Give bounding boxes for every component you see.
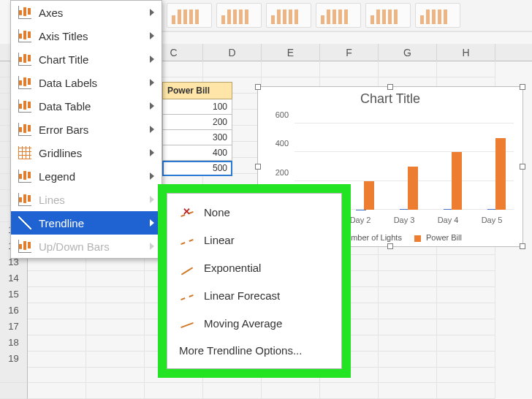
cell[interactable] — [86, 319, 145, 335]
chart-style-thumb[interactable] — [266, 3, 311, 28]
col-header[interactable]: F — [320, 44, 379, 61]
cell[interactable] — [437, 383, 495, 399]
menu-item-axis-titles[interactable]: Axis Titles — [11, 24, 162, 48]
cell[interactable] — [320, 61, 379, 77]
column-header-powerbill[interactable]: Power Bill — [162, 82, 232, 99]
cell[interactable] — [28, 286, 86, 303]
chart-style-thumb[interactable] — [316, 3, 361, 28]
cell[interactable] — [437, 254, 495, 271]
cell[interactable] — [437, 335, 495, 352]
cell[interactable] — [379, 383, 437, 399]
col-header[interactable]: G — [379, 44, 437, 61]
cell[interactable] — [437, 319, 495, 335]
cell[interactable] — [28, 383, 86, 399]
cell[interactable] — [203, 61, 262, 77]
trend-linear-icon — [179, 232, 195, 248]
row-header[interactable]: 15 — [0, 286, 28, 303]
row-header[interactable]: 18 — [0, 335, 28, 352]
menu-item-gridlines[interactable]: Gridlines — [11, 141, 162, 164]
row-header[interactable] — [0, 367, 28, 383]
cell[interactable] — [86, 286, 145, 303]
cell[interactable] — [320, 383, 379, 399]
cell[interactable] — [379, 335, 437, 352]
cell[interactable] — [86, 335, 145, 352]
cell[interactable] — [203, 383, 262, 399]
cell[interactable] — [379, 270, 437, 287]
cell[interactable] — [28, 351, 86, 368]
bar-series2[interactable] — [408, 167, 418, 210]
menu-item-label: Up/Down Bars — [39, 240, 110, 253]
bar-series2[interactable] — [495, 138, 506, 210]
chevron-right-icon — [150, 149, 154, 156]
cell[interactable] — [28, 319, 86, 335]
cell[interactable] — [145, 383, 203, 399]
col-header[interactable]: E — [262, 44, 320, 61]
menu-item-data-table[interactable]: Data Table — [11, 94, 162, 118]
cell[interactable] — [86, 351, 145, 368]
cell[interactable]: 500 — [162, 161, 232, 176]
cell[interactable]: 100 — [162, 99, 232, 115]
menu-item-trendline[interactable]: Trendline — [11, 211, 162, 235]
cell[interactable] — [28, 303, 86, 319]
row-header[interactable]: 16 — [0, 303, 28, 319]
submenu-item-linear[interactable]: Linear — [167, 226, 341, 254]
submenu-item-exponential[interactable]: Exponential — [167, 254, 341, 281]
chart-elements-menu[interactable]: AxesAxis TitlesChart TitleData LabelsDat… — [10, 0, 162, 259]
cell[interactable] — [437, 286, 495, 303]
submenu-item-label: Exponential — [204, 262, 261, 274]
submenu-item-linear-forecast[interactable]: Linear Forecast — [167, 281, 341, 309]
chart-style-thumb[interactable] — [415, 3, 460, 28]
menu-item-legend[interactable]: Legend — [11, 164, 162, 188]
submenu-item-moving-average[interactable]: Moving Average — [167, 309, 341, 337]
cell[interactable] — [379, 286, 437, 303]
cell[interactable] — [28, 270, 86, 287]
cell[interactable] — [379, 319, 437, 335]
col-header[interactable]: H — [437, 44, 495, 61]
cell[interactable] — [86, 367, 145, 383]
cell[interactable] — [379, 367, 437, 383]
bar-group[interactable] — [426, 123, 470, 210]
chart-style-thumb[interactable] — [216, 3, 262, 28]
cell[interactable] — [86, 303, 145, 319]
bar-group[interactable] — [470, 123, 514, 210]
cell[interactable] — [379, 351, 437, 368]
cell[interactable] — [379, 254, 437, 271]
cell[interactable]: 400 — [162, 145, 232, 161]
tutorial-highlight: NoneLinearExponentialLinear ForecastMovi… — [159, 186, 349, 376]
submenu-item-none[interactable]: None — [167, 198, 341, 226]
row-header[interactable] — [0, 383, 28, 399]
menu-item-chart-title[interactable]: Chart Title — [11, 48, 162, 71]
submenu-item-more-trendline-options[interactable]: More Trendline Options... — [167, 337, 341, 364]
cell[interactable] — [28, 335, 86, 352]
cell[interactable] — [437, 303, 495, 319]
chart-style-thumb[interactable] — [167, 3, 212, 28]
cell[interactable] — [28, 367, 86, 383]
bar-group[interactable] — [382, 123, 426, 210]
cell[interactable] — [86, 270, 145, 287]
cell[interactable]: 300 — [162, 130, 232, 145]
chart-title[interactable]: Chart Title — [258, 91, 522, 107]
chevron-right-icon — [150, 79, 154, 86]
row-header[interactable]: 14 — [0, 270, 28, 287]
cell[interactable] — [262, 61, 320, 77]
row-header[interactable]: 17 — [0, 319, 28, 335]
cell[interactable] — [437, 367, 495, 383]
cell[interactable] — [437, 270, 495, 287]
chart-style-thumb[interactable] — [365, 3, 411, 28]
bar-series2[interactable] — [452, 152, 462, 210]
cell[interactable] — [379, 303, 437, 319]
menu-item-axes[interactable]: Axes — [11, 1, 162, 24]
cell[interactable] — [379, 61, 437, 77]
row-header[interactable]: 19 — [0, 351, 28, 368]
cell[interactable] — [437, 61, 495, 77]
bar-series2[interactable] — [364, 181, 374, 210]
menu-item-data-labels[interactable]: Data Labels — [11, 71, 162, 94]
cell[interactable] — [437, 351, 495, 368]
menu-item-label: Gridlines — [39, 147, 82, 159]
menu-item-error-bars[interactable]: Error Bars — [11, 118, 162, 141]
cell[interactable] — [262, 383, 320, 399]
col-header[interactable]: D — [203, 44, 262, 61]
cell[interactable]: 200 — [162, 115, 232, 130]
cell[interactable] — [86, 383, 145, 399]
trendline-submenu[interactable]: NoneLinearExponentialLinear ForecastMovi… — [167, 193, 342, 369]
